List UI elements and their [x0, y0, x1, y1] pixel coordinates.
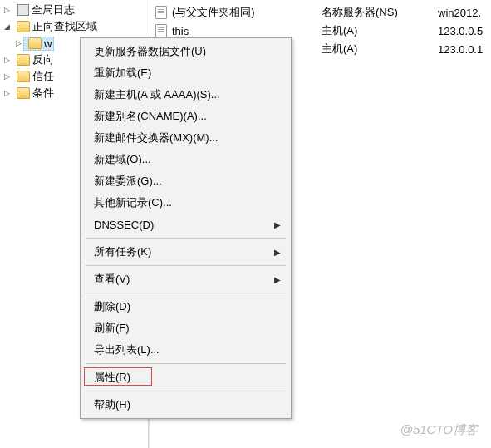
document-icon — [155, 24, 167, 37]
menu-item[interactable]: 查看(V)▶ — [82, 268, 289, 290]
tree-label: 条件 — [32, 86, 54, 101]
menu-label: 新建别名(CNAME)(A)... — [94, 109, 207, 124]
tree-label: 信任 — [32, 69, 54, 84]
record-name: this — [172, 25, 322, 37]
menu-separator — [86, 238, 286, 239]
record-data: 123.0.0.5 — [438, 25, 486, 37]
menu-item[interactable]: 新建别名(CNAME)(A)... — [82, 106, 289, 127]
menu-item[interactable]: 删除(D) — [82, 296, 289, 318]
tree-label: 正向查找区域 — [32, 19, 97, 34]
context-menu: 更新服务器数据文件(U)重新加载(E)新建主机(A 或 AAAA)(S)...新… — [80, 37, 292, 419]
chevron-right-icon: ▶ — [274, 275, 281, 284]
record-type: 主机(A) — [322, 23, 438, 38]
menu-separator — [86, 391, 286, 391]
menu-label: 更新服务器数据文件(U) — [94, 44, 206, 59]
menu-label: 导出列表(L)... — [94, 342, 160, 357]
menu-item[interactable]: 新建主机(A 或 AAAA)(S)... — [82, 84, 289, 106]
menu-label: 其他新记录(C)... — [94, 195, 172, 210]
record-name: (与父文件夹相同) — [172, 5, 322, 20]
menu-item[interactable]: 重新加载(E) — [82, 62, 289, 84]
menu-label: 刷新(F) — [94, 321, 130, 336]
document-icon — [155, 6, 167, 19]
collapse-icon[interactable]: ◢ — [2, 22, 12, 32]
folder-icon — [17, 21, 30, 32]
record-type: 名称服务器(NS) — [322, 5, 438, 20]
menu-label: 查看(V) — [94, 272, 130, 287]
folder-icon — [17, 71, 30, 82]
expand-icon[interactable]: ▷ — [13, 38, 23, 48]
folder-icon — [28, 37, 42, 49]
record-type: 主机(A) — [322, 42, 438, 57]
menu-item[interactable]: 更新服务器数据文件(U) — [82, 41, 289, 62]
menu-item[interactable]: 新建委派(G)... — [82, 170, 289, 192]
menu-label: 所有任务(K) — [94, 244, 151, 259]
menu-item[interactable]: 新建域(O)... — [82, 149, 289, 170]
tree-item-0[interactable]: ▷全局日志 — [0, 2, 150, 18]
menu-item[interactable]: 所有任务(K)▶ — [82, 241, 289, 263]
menu-label: DNSSEC(D) — [94, 219, 154, 231]
menu-item[interactable]: 新建邮件交换器(MX)(M)... — [82, 127, 289, 149]
menu-label: 属性(R) — [94, 370, 130, 385]
menu-label: 帮助(H) — [94, 397, 130, 412]
menu-item[interactable]: 其他新记录(C)... — [82, 192, 289, 214]
menu-label: 删除(D) — [94, 299, 130, 314]
menu-item[interactable]: 帮助(H) — [82, 394, 289, 416]
menu-label: 新建主机(A 或 AAAA)(S)... — [94, 87, 220, 102]
folder-icon — [17, 87, 30, 99]
chevron-right-icon: ▶ — [274, 220, 281, 229]
menu-label: 新建邮件交换器(MX)(M)... — [94, 130, 218, 145]
expand-icon[interactable]: ▷ — [2, 55, 12, 65]
menu-item[interactable]: 属性(R) — [82, 367, 289, 388]
tree-item-1[interactable]: ◢正向查找区域 — [0, 18, 150, 35]
menu-item[interactable]: 刷新(F) — [82, 318, 289, 339]
menu-separator — [86, 293, 286, 293]
folder-icon — [17, 54, 30, 66]
expand-icon[interactable]: ▷ — [2, 88, 12, 98]
menu-separator — [86, 363, 286, 364]
expand-icon[interactable]: ▷ — [2, 5, 12, 15]
menu-label: 新建委派(G)... — [94, 174, 162, 189]
record-data: win2012. — [438, 7, 486, 19]
record-row[interactable]: (与父文件夹相同)名称服务器(NS)win2012. — [155, 3, 486, 22]
menu-separator — [86, 265, 286, 266]
chevron-right-icon: ▶ — [274, 248, 281, 257]
menu-item[interactable]: DNSSEC(D)▶ — [82, 214, 289, 235]
expand-icon[interactable]: ▷ — [2, 71, 12, 81]
menu-label: 新建域(O)... — [94, 152, 151, 167]
menu-item[interactable]: 导出列表(L)... — [82, 339, 289, 361]
log-icon — [17, 4, 29, 16]
watermark: @51CTO博客 — [400, 422, 478, 438]
record-data: 123.0.0.1 — [438, 43, 486, 56]
tree-label: 全局日志 — [32, 2, 75, 17]
tree-label: w — [44, 37, 52, 50]
tree-label: 反向 — [32, 52, 54, 67]
menu-label: 重新加载(E) — [94, 66, 151, 81]
